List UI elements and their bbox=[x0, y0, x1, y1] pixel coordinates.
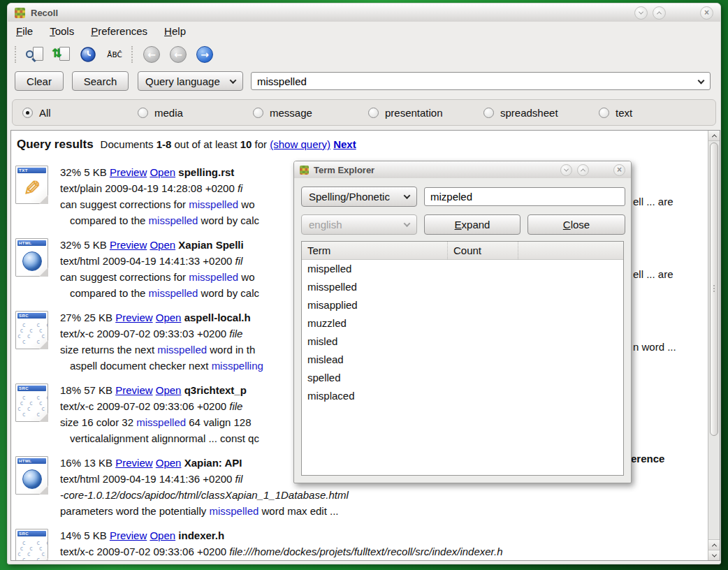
open-link[interactable]: Open bbox=[156, 384, 182, 396]
maximize-button[interactable] bbox=[653, 6, 666, 20]
expansion-mode-select[interactable]: Spelling/Phonetic bbox=[301, 187, 417, 207]
arrow-left-icon: ← bbox=[170, 46, 187, 63]
first-page-button[interactable]: ← bbox=[142, 45, 161, 64]
result-line: 18% 57 KB Preview Open q3richtext_p bbox=[60, 382, 296, 398]
term-input[interactable] bbox=[424, 187, 625, 206]
term-row[interactable]: mispelled bbox=[302, 260, 623, 278]
clipped-text-fragment: n word ... bbox=[633, 341, 676, 353]
close-icon: × bbox=[704, 8, 709, 17]
clear-button[interactable]: Clear bbox=[15, 71, 64, 91]
filter-spreadsheet[interactable]: spreadsheet bbox=[483, 107, 599, 119]
filter-media[interactable]: media bbox=[138, 107, 253, 119]
sort-parameters-button[interactable]: ⇅ bbox=[52, 45, 71, 64]
thumb-grip-dots bbox=[713, 285, 715, 293]
open-link[interactable]: Open bbox=[150, 239, 175, 251]
results-summary: Documents 1-8 out of at least 10 for (sh… bbox=[101, 138, 356, 150]
menu-preferences[interactable]: Preferences bbox=[91, 25, 147, 37]
doc-icon-txt: TXT✎ bbox=[15, 166, 48, 204]
toolbar-handle[interactable] bbox=[15, 46, 18, 63]
result-line: compared to the misspelled word by calc bbox=[60, 285, 296, 301]
radio-button[interactable] bbox=[22, 108, 33, 118]
preview-link[interactable]: Preview bbox=[115, 457, 152, 469]
radio-button[interactable] bbox=[138, 108, 148, 118]
radio-button[interactable] bbox=[253, 108, 263, 118]
preview-link[interactable]: Preview bbox=[110, 239, 147, 251]
term-table-body: mispelledmisspelledmisappliedmuzzledmisl… bbox=[302, 260, 623, 405]
result-line: compared to the misspelled word by calc bbox=[60, 212, 296, 228]
term-row[interactable]: misspelled bbox=[302, 278, 623, 296]
radio-button[interactable] bbox=[483, 108, 494, 118]
scroll-up-button[interactable] bbox=[708, 131, 720, 141]
term-row[interactable]: spelled bbox=[302, 369, 623, 387]
advanced-search-button[interactable] bbox=[25, 45, 45, 64]
scrollbar-thumb[interactable] bbox=[710, 142, 718, 436]
scroll-up-button-2[interactable] bbox=[708, 539, 720, 550]
expand-button[interactable]: Expand bbox=[424, 214, 520, 235]
chevron-up-icon bbox=[657, 11, 662, 16]
toolbar-separator bbox=[131, 46, 135, 63]
query-results-title: Query results bbox=[17, 138, 94, 152]
result-line: verticalalignment alignnormal ... const … bbox=[60, 430, 296, 446]
term-row[interactable]: misapplied bbox=[302, 296, 623, 314]
results-scrollbar[interactable] bbox=[708, 131, 720, 560]
filter-all[interactable]: All bbox=[22, 107, 138, 119]
preview-link[interactable]: Preview bbox=[115, 384, 152, 396]
term-row[interactable]: muzzled bbox=[302, 314, 623, 332]
term-explorer-dialog: Term Explorer × Spelling/Phonetic englis… bbox=[293, 161, 632, 483]
search-query-input[interactable] bbox=[251, 72, 711, 90]
show-query-link[interactable]: (show query) bbox=[270, 138, 330, 150]
title-bar[interactable]: Recoll × bbox=[8, 3, 720, 22]
column-term[interactable]: Term bbox=[302, 242, 447, 259]
term-row[interactable]: mislead bbox=[302, 351, 623, 369]
menu-file[interactable]: File bbox=[16, 25, 33, 37]
open-link[interactable]: Open bbox=[150, 529, 175, 541]
open-link[interactable]: Open bbox=[150, 166, 175, 178]
preview-link[interactable]: Preview bbox=[110, 166, 147, 178]
radio-button[interactable] bbox=[599, 108, 609, 118]
dialog-close-button[interactable]: × bbox=[613, 164, 625, 176]
language-select: english bbox=[301, 214, 417, 235]
history-button[interactable] bbox=[78, 45, 98, 64]
doc-icon-src: SRCc c c cc c cc c cc c bbox=[15, 529, 48, 561]
column-count[interactable]: Count bbox=[447, 242, 518, 259]
radio-label: text bbox=[616, 107, 632, 119]
recoll-app-icon bbox=[300, 166, 309, 175]
query-input-combo bbox=[251, 72, 711, 90]
dialog-shade-button[interactable] bbox=[560, 164, 572, 176]
preview-link[interactable]: Preview bbox=[115, 312, 152, 323]
dialog-maximize-button[interactable] bbox=[577, 164, 589, 176]
next-page-button[interactable]: → bbox=[195, 45, 214, 64]
doc-icon-src: SRCc c c cc c cc c cc c bbox=[15, 311, 48, 349]
radio-button[interactable] bbox=[368, 108, 379, 118]
term-explorer-button[interactable]: ÅBĈ bbox=[105, 45, 124, 64]
term-table-header[interactable]: Term Count bbox=[302, 242, 623, 260]
chevron-down-icon bbox=[404, 192, 411, 199]
dialog-title-bar[interactable]: Term Explorer × bbox=[294, 161, 631, 178]
spell-abc-icon: ÅBĈ bbox=[107, 50, 122, 59]
shade-button[interactable] bbox=[634, 6, 648, 20]
category-filter-bar: Allmediamessagepresentationspreadsheette… bbox=[12, 99, 716, 126]
close-button[interactable]: Close bbox=[527, 214, 625, 235]
term-row[interactable]: misplaced bbox=[302, 387, 623, 405]
filter-message[interactable]: message bbox=[253, 107, 368, 119]
open-link[interactable]: Open bbox=[156, 312, 182, 323]
radio-label: media bbox=[154, 107, 183, 119]
next-page-link[interactable]: Next bbox=[333, 138, 356, 150]
search-row: Clear Search Query language bbox=[8, 71, 720, 93]
query-language-select[interactable]: Query language bbox=[138, 71, 243, 91]
term-input-wrap bbox=[424, 187, 625, 206]
filter-presentation[interactable]: presentation bbox=[368, 107, 483, 119]
menu-tools[interactable]: Tools bbox=[50, 25, 74, 37]
scroll-down-button[interactable] bbox=[708, 550, 720, 560]
preview-link[interactable]: Preview bbox=[110, 529, 147, 541]
term-row[interactable]: misled bbox=[302, 332, 623, 351]
chevron-down-icon bbox=[639, 9, 643, 14]
menu-help[interactable]: Help bbox=[164, 25, 186, 37]
search-button[interactable]: Search bbox=[72, 71, 129, 91]
open-link[interactable]: Open bbox=[156, 457, 182, 469]
chevron-down-icon bbox=[230, 77, 237, 84]
close-button[interactable]: × bbox=[700, 6, 713, 20]
window-title: Recoll bbox=[31, 8, 58, 18]
previous-page-button[interactable]: ← bbox=[168, 45, 188, 64]
filter-text[interactable]: text bbox=[599, 107, 714, 119]
